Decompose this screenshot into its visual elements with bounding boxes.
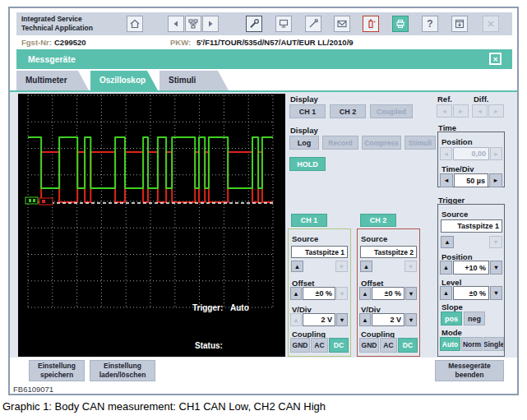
battery-button[interactable] — [363, 16, 379, 32]
wrench-button[interactable] — [246, 16, 262, 32]
log-button[interactable]: Log — [289, 136, 319, 150]
timediv-value: 50 µs — [454, 173, 488, 187]
ch2-ac-button[interactable]: AC — [380, 338, 397, 353]
ref-prev-button[interactable]: ◄ — [437, 104, 452, 118]
timediv-prev-button[interactable]: ◄ — [440, 173, 453, 187]
trigger-source-down-button[interactable]: ▼ — [489, 236, 502, 248]
mode-auto-button[interactable]: Auto — [440, 337, 460, 351]
hold-label: HOLD — [297, 160, 318, 168]
ch1-vdiv-down-button[interactable]: ▼ — [336, 313, 348, 326]
help-button[interactable]: ? — [422, 16, 438, 32]
ch1-offset-value: ±0 % — [303, 287, 335, 300]
device-button[interactable] — [275, 16, 292, 32]
mode-single-button[interactable]: Single — [483, 337, 504, 351]
ch1-source-up-button[interactable]: ▲ — [291, 261, 303, 272]
record-button[interactable]: Record — [322, 136, 358, 150]
diff-prev-button[interactable]: ◄ — [472, 104, 488, 118]
ch2-offset-down-button[interactable]: ▼ — [405, 287, 417, 300]
probe-button[interactable] — [305, 16, 321, 32]
display-channels-label: Display — [290, 95, 318, 104]
window-button[interactable] — [451, 16, 468, 32]
trigger-level-up-button[interactable]: ▲ — [440, 286, 452, 300]
dialog-close-icon: ✕ — [492, 56, 498, 63]
stimuli-button[interactable]: Stimuli — [404, 136, 436, 150]
arrow-left-icon: ◄ — [441, 108, 447, 115]
sitemap-icon — [187, 18, 199, 30]
ch1-ac-button[interactable]: AC — [311, 338, 328, 353]
load-settings-line2: laden/löschen — [99, 371, 146, 380]
ch2-vdiv-up-button[interactable]: ▲ — [359, 313, 371, 326]
device-icon — [278, 18, 289, 30]
tab-stimuli[interactable]: Stimuli — [159, 71, 229, 90]
mode-norm-button[interactable]: Norm — [461, 337, 483, 351]
ch2-gnd-button[interactable]: GND — [359, 338, 379, 353]
ch1-offset-up-button[interactable]: ▲ — [290, 287, 302, 300]
arrow-down-icon: ▼ — [408, 316, 414, 324]
printer-button[interactable] — [392, 16, 409, 32]
compress-button[interactable]: Compress — [362, 136, 401, 150]
trigger-position-down-button[interactable]: ▼ — [490, 261, 502, 275]
record-label: Record — [328, 139, 352, 147]
trigger-source-up-button[interactable]: ▲ — [441, 236, 454, 248]
forward-button[interactable] — [202, 16, 219, 32]
printer-icon — [395, 18, 406, 30]
window-icon — [454, 18, 465, 30]
dialog-close-button[interactable]: ✕ — [489, 53, 502, 65]
trigger-position-value: +10 % — [453, 261, 489, 275]
trigger-level-down-button[interactable]: ▼ — [490, 286, 502, 300]
ch1-gnd-label: GND — [293, 341, 308, 349]
arrow-up-icon: ▲ — [443, 264, 449, 271]
diff-next-button[interactable]: ► — [488, 104, 504, 118]
ch2-header-button[interactable]: CH 2 — [360, 214, 396, 227]
ch2-source-up-button[interactable]: ▲ — [360, 261, 372, 272]
trigger-position-up-button[interactable]: ▲ — [440, 261, 452, 275]
ch2-source-value: Tastspitze 2 — [360, 246, 417, 258]
figure-caption: Graphic 1: Body CAN measurement: CH1 CAN… — [2, 400, 326, 413]
ref-next-button[interactable]: ► — [453, 104, 469, 118]
save-settings-line2: speichern — [40, 371, 73, 380]
home-button[interactable] — [127, 16, 143, 32]
ch1-dc-button[interactable]: DC — [329, 338, 349, 353]
ref-label: Ref. — [437, 95, 452, 104]
load-settings-button[interactable]: Einstellung laden/löschen — [90, 360, 155, 381]
close-button[interactable] — [483, 16, 499, 32]
trigger-level-value: ±0 % — [453, 286, 489, 300]
ch1-gnd-button[interactable]: GND — [290, 338, 310, 353]
timediv-next-button[interactable]: ► — [489, 173, 502, 187]
back-button[interactable] — [168, 16, 184, 32]
save-settings-button[interactable]: Einstellung speichern — [29, 360, 85, 381]
display-ch2-button[interactable]: CH 2 — [330, 104, 366, 118]
tab-oszilloskop[interactable]: Oszilloskop — [90, 71, 158, 90]
mail-button[interactable] — [334, 16, 350, 32]
log-label: Log — [298, 139, 312, 147]
ch1-header-button[interactable]: CH 1 — [291, 214, 327, 227]
ch2-source-label: Source — [361, 234, 387, 243]
display-ch1-button[interactable]: CH 1 — [289, 104, 326, 118]
sitemap-button[interactable] — [185, 16, 201, 32]
arrow-down-icon: ▼ — [339, 263, 344, 270]
slope-neg-button[interactable]: neg — [464, 312, 485, 325]
ch1-vdiv-up-button[interactable]: ▲ — [290, 313, 302, 326]
tab-multimeter[interactable]: Multimeter — [16, 71, 89, 90]
time-position-label: Position — [441, 137, 472, 146]
trigger-source-label: Source — [441, 210, 468, 219]
ch2-vdiv-down-button[interactable]: ▼ — [405, 313, 417, 326]
toolbar: Integrated Service Technical Application — [16, 12, 512, 35]
ch1-source-down-button[interactable]: ▼ — [335, 261, 348, 272]
ch2-dc-label: DC — [403, 341, 413, 349]
ch2-offset-up-button[interactable]: ▲ — [359, 287, 371, 300]
ch2-source-down-button[interactable]: ▼ — [404, 261, 417, 272]
arrow-up-icon: ▲ — [294, 263, 300, 270]
arrow-right-icon: ► — [493, 150, 499, 158]
ch1-offset-down-button[interactable]: ▼ — [336, 287, 348, 300]
hold-button[interactable]: HOLD — [289, 157, 326, 171]
end-measurement-line2: beenden — [455, 371, 484, 380]
ch2-dc-button[interactable]: DC — [398, 338, 418, 353]
time-position-next-button[interactable]: ► — [490, 147, 502, 160]
slope-pos-button[interactable]: pos — [441, 312, 462, 325]
arrow-up-icon: ▲ — [362, 290, 368, 298]
time-position-prev-button[interactable]: ◄ — [440, 147, 452, 160]
end-measurement-button[interactable]: Messegeräte beenden — [435, 360, 504, 381]
ch2-vdiv-value: 2 V — [372, 313, 404, 326]
display-coupled-button[interactable]: Coupled — [370, 104, 413, 118]
